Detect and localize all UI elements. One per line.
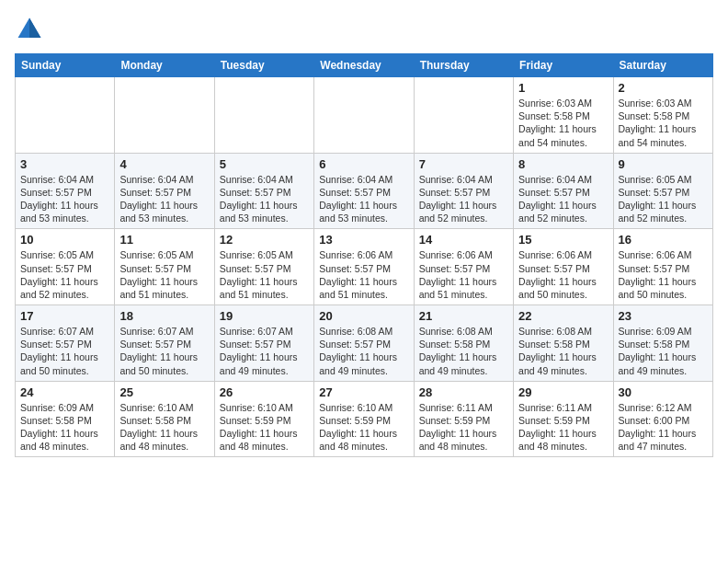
day-number: 7: [419, 157, 508, 171]
calendar-cell: 18Sunrise: 6:07 AM Sunset: 5:57 PM Dayli…: [115, 305, 214, 382]
weekday-header-monday: Monday: [115, 54, 214, 77]
day-number: 2: [619, 81, 708, 95]
day-number: 11: [119, 233, 209, 247]
day-number: 4: [119, 157, 209, 171]
day-number: 5: [220, 157, 309, 171]
day-number: 18: [119, 309, 209, 323]
calendar-cell: 17Sunrise: 6:07 AM Sunset: 5:57 PM Dayli…: [16, 305, 115, 382]
day-info: Sunrise: 6:04 AM Sunset: 5:57 PM Dayligh…: [518, 173, 608, 225]
calendar-cell: 4Sunrise: 6:04 AM Sunset: 5:57 PM Daylig…: [115, 153, 214, 229]
day-info: Sunrise: 6:05 AM Sunset: 5:57 PM Dayligh…: [619, 173, 708, 225]
calendar-cell: [314, 77, 414, 154]
day-info: Sunrise: 6:04 AM Sunset: 5:57 PM Dayligh…: [20, 173, 109, 225]
day-info: Sunrise: 6:11 AM Sunset: 5:59 PM Dayligh…: [419, 401, 508, 454]
svg-marker-1: [29, 18, 40, 38]
day-info: Sunrise: 6:07 AM Sunset: 5:57 PM Dayligh…: [20, 325, 109, 377]
day-info: Sunrise: 6:09 AM Sunset: 5:58 PM Dayligh…: [20, 401, 109, 454]
calendar-cell: 3Sunrise: 6:04 AM Sunset: 5:57 PM Daylig…: [16, 153, 115, 229]
day-info: Sunrise: 6:12 AM Sunset: 6:00 PM Dayligh…: [619, 401, 708, 454]
calendar-cell: [16, 77, 115, 154]
calendar-cell: 16Sunrise: 6:06 AM Sunset: 5:57 PM Dayli…: [613, 229, 712, 305]
day-info: Sunrise: 6:07 AM Sunset: 5:57 PM Dayligh…: [119, 325, 209, 377]
day-number: 29: [518, 385, 608, 399]
calendar-cell: 1Sunrise: 6:03 AM Sunset: 5:58 PM Daylig…: [514, 77, 613, 154]
day-number: 20: [319, 309, 408, 323]
calendar-cell: [214, 77, 313, 154]
calendar-cell: 15Sunrise: 6:06 AM Sunset: 5:57 PM Dayli…: [514, 229, 613, 305]
day-info: Sunrise: 6:06 AM Sunset: 5:57 PM Dayligh…: [518, 248, 608, 301]
calendar-cell: 27Sunrise: 6:10 AM Sunset: 5:59 PM Dayli…: [314, 381, 414, 457]
day-number: 6: [319, 157, 408, 171]
day-number: 15: [518, 233, 608, 247]
calendar-cell: 8Sunrise: 6:04 AM Sunset: 5:57 PM Daylig…: [514, 153, 613, 229]
calendar-cell: 29Sunrise: 6:11 AM Sunset: 5:59 PM Dayli…: [514, 381, 613, 457]
day-number: 9: [619, 157, 708, 171]
day-number: 22: [518, 309, 608, 323]
day-number: 1: [518, 81, 608, 95]
weekday-header-wednesday: Wednesday: [314, 54, 414, 77]
day-info: Sunrise: 6:04 AM Sunset: 5:57 PM Dayligh…: [220, 173, 309, 225]
calendar-cell: 10Sunrise: 6:05 AM Sunset: 5:57 PM Dayli…: [16, 229, 115, 305]
weekday-header-thursday: Thursday: [414, 54, 513, 77]
calendar-cell: 9Sunrise: 6:05 AM Sunset: 5:57 PM Daylig…: [613, 153, 712, 229]
calendar-cell: 22Sunrise: 6:08 AM Sunset: 5:58 PM Dayli…: [514, 305, 613, 382]
day-number: 21: [419, 309, 508, 323]
day-number: 27: [319, 385, 408, 399]
calendar-cell: 19Sunrise: 6:07 AM Sunset: 5:57 PM Dayli…: [214, 305, 313, 382]
day-info: Sunrise: 6:06 AM Sunset: 5:57 PM Dayligh…: [319, 248, 408, 301]
calendar-container: SundayMondayTuesdayWednesdayThursdayFrid…: [0, 0, 728, 468]
calendar-table: SundayMondayTuesdayWednesdayThursdayFrid…: [15, 53, 713, 457]
week-row-2: 10Sunrise: 6:05 AM Sunset: 5:57 PM Dayli…: [16, 229, 713, 305]
weekday-header-saturday: Saturday: [613, 54, 712, 77]
calendar-cell: 7Sunrise: 6:04 AM Sunset: 5:57 PM Daylig…: [414, 153, 513, 229]
day-number: 28: [419, 385, 508, 399]
calendar-cell: 6Sunrise: 6:04 AM Sunset: 5:57 PM Daylig…: [314, 153, 414, 229]
day-info: Sunrise: 6:08 AM Sunset: 5:58 PM Dayligh…: [419, 325, 508, 377]
calendar-cell: 2Sunrise: 6:03 AM Sunset: 5:58 PM Daylig…: [613, 77, 712, 154]
day-info: Sunrise: 6:04 AM Sunset: 5:57 PM Dayligh…: [119, 173, 209, 225]
day-info: Sunrise: 6:10 AM Sunset: 5:59 PM Dayligh…: [220, 401, 309, 454]
day-number: 12: [220, 233, 309, 247]
calendar-cell: 20Sunrise: 6:08 AM Sunset: 5:57 PM Dayli…: [314, 305, 414, 382]
calendar-cell: 25Sunrise: 6:10 AM Sunset: 5:58 PM Dayli…: [115, 381, 214, 457]
day-number: 16: [619, 233, 708, 247]
day-number: 25: [119, 385, 209, 399]
week-row-4: 24Sunrise: 6:09 AM Sunset: 5:58 PM Dayli…: [16, 381, 713, 457]
day-info: Sunrise: 6:05 AM Sunset: 5:57 PM Dayligh…: [20, 248, 109, 301]
calendar-cell: 21Sunrise: 6:08 AM Sunset: 5:58 PM Dayli…: [414, 305, 513, 382]
calendar-cell: 13Sunrise: 6:06 AM Sunset: 5:57 PM Dayli…: [314, 229, 414, 305]
day-number: 26: [220, 385, 309, 399]
calendar-cell: 11Sunrise: 6:05 AM Sunset: 5:57 PM Dayli…: [115, 229, 214, 305]
week-row-3: 17Sunrise: 6:07 AM Sunset: 5:57 PM Dayli…: [16, 305, 713, 382]
day-info: Sunrise: 6:08 AM Sunset: 5:57 PM Dayligh…: [319, 325, 408, 377]
day-number: 30: [619, 385, 708, 399]
day-number: 3: [20, 157, 109, 171]
day-info: Sunrise: 6:08 AM Sunset: 5:58 PM Dayligh…: [518, 325, 608, 377]
day-number: 23: [619, 309, 708, 323]
day-number: 24: [20, 385, 109, 399]
day-number: 17: [20, 309, 109, 323]
day-info: Sunrise: 6:04 AM Sunset: 5:57 PM Dayligh…: [419, 173, 508, 225]
day-info: Sunrise: 6:11 AM Sunset: 5:59 PM Dayligh…: [518, 401, 608, 454]
calendar-cell: 14Sunrise: 6:06 AM Sunset: 5:57 PM Dayli…: [414, 229, 513, 305]
calendar-cell: 12Sunrise: 6:05 AM Sunset: 5:57 PM Dayli…: [214, 229, 313, 305]
logo-icon: [15, 15, 44, 44]
weekday-header-sunday: Sunday: [16, 54, 115, 77]
day-number: 19: [220, 309, 309, 323]
calendar-cell: 24Sunrise: 6:09 AM Sunset: 5:58 PM Dayli…: [16, 381, 115, 457]
day-info: Sunrise: 6:09 AM Sunset: 5:58 PM Dayligh…: [619, 325, 708, 377]
calendar-cell: 30Sunrise: 6:12 AM Sunset: 6:00 PM Dayli…: [613, 381, 712, 457]
day-info: Sunrise: 6:10 AM Sunset: 5:58 PM Dayligh…: [119, 401, 209, 454]
day-info: Sunrise: 6:06 AM Sunset: 5:57 PM Dayligh…: [619, 248, 708, 301]
calendar-cell: 5Sunrise: 6:04 AM Sunset: 5:57 PM Daylig…: [214, 153, 313, 229]
weekday-header-row: SundayMondayTuesdayWednesdayThursdayFrid…: [16, 54, 713, 77]
day-info: Sunrise: 6:05 AM Sunset: 5:57 PM Dayligh…: [220, 248, 309, 301]
day-number: 14: [419, 233, 508, 247]
day-number: 8: [518, 157, 608, 171]
day-info: Sunrise: 6:06 AM Sunset: 5:57 PM Dayligh…: [419, 248, 508, 301]
week-row-0: 1Sunrise: 6:03 AM Sunset: 5:58 PM Daylig…: [16, 77, 713, 154]
weekday-header-tuesday: Tuesday: [214, 54, 313, 77]
day-number: 13: [319, 233, 408, 247]
calendar-cell: 28Sunrise: 6:11 AM Sunset: 5:59 PM Dayli…: [414, 381, 513, 457]
calendar-cell: 23Sunrise: 6:09 AM Sunset: 5:58 PM Dayli…: [613, 305, 712, 382]
